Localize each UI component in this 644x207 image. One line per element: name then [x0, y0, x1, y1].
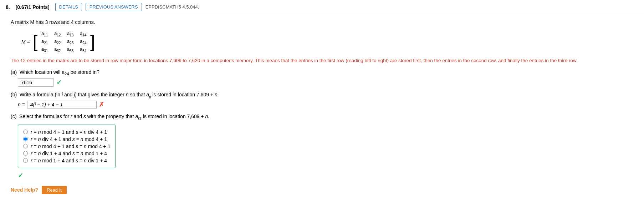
radio-opt1[interactable] — [23, 130, 28, 134]
points-label: [0.67/1 Points] — [16, 4, 50, 10]
details-button[interactable]: DETAILS — [55, 3, 82, 11]
description-content: The 12 entries in the matrix are to be s… — [11, 58, 578, 63]
previous-answers-button[interactable]: PREVIOUS ANSWERS — [86, 3, 142, 11]
matrix-label: M = — [21, 39, 30, 45]
cell-34: a34 — [80, 46, 86, 53]
read-it-button[interactable]: Read It — [42, 186, 67, 194]
matrix-grid: a11 a12 a13 a14 a21 a22 a23 a24 a31 a32 … — [38, 30, 90, 54]
option-2: r = n div 4 + 1 and s = n mod 4 + 1 — [23, 136, 110, 142]
option-3: r = n mod 4 + 1 and s = n mod 4 + 1 — [23, 143, 110, 149]
cell-12: a12 — [54, 31, 61, 37]
content-area: A matrix M has 3 rows and 4 columns. M =… — [0, 14, 644, 201]
option-1-label[interactable]: r = n mod 4 + 1 and s = n div 4 + 1 — [31, 129, 107, 135]
left-bracket: [ — [33, 33, 37, 50]
part-b-cross: ✗ — [99, 101, 104, 108]
option-5-label[interactable]: r = n mod 1 + 4 and s = n div 1 + 4 — [31, 158, 107, 163]
part-b-label: (b) Write a formula (in i and j) that gi… — [11, 92, 633, 99]
part-c-letter: (c) — [11, 113, 16, 119]
cell-31: a31 — [41, 46, 48, 53]
n-equals-label: n = — [18, 102, 25, 107]
part-c-label: (c) Select the formulas for r and s with… — [11, 113, 633, 120]
radio-opt3[interactable] — [23, 144, 28, 148]
description-text: The 12 entries in the matrix are to be s… — [11, 57, 633, 64]
need-help-label: Need Help? — [11, 187, 38, 193]
part-a-label: (a) Which location will a24 be stored in… — [11, 69, 633, 76]
cell-13: a13 — [67, 31, 73, 37]
radio-opt2[interactable] — [23, 137, 28, 141]
option-3-label[interactable]: r = n mod 4 + 1 and s = n mod 4 + 1 — [31, 143, 110, 149]
part-b-letter: (b) — [11, 92, 17, 97]
part-b-answer-row: n = ✗ — [18, 101, 633, 108]
radio-opt4[interactable] — [23, 151, 28, 156]
part-a-letter: (a) — [11, 69, 17, 75]
header-bar: 8. [0.67/1 Points] DETAILS PREVIOUS ANSW… — [0, 0, 644, 14]
need-help-section: Need Help? Read It — [11, 186, 633, 194]
option-4-label[interactable]: r = n div 1 + 4 and s = n mod 1 + 4 — [31, 151, 107, 156]
cell-22: a22 — [54, 39, 61, 45]
page-container: 8. [0.67/1 Points] DETAILS PREVIOUS ANSW… — [0, 0, 644, 207]
option-5: r = n mod 1 + 4 and s = n div 1 + 4 — [23, 158, 110, 163]
matrix-intro: A matrix M has 3 rows and 4 columns. — [11, 19, 633, 25]
part-c-check: ✓ — [18, 172, 23, 180]
right-bracket: ] — [90, 33, 95, 50]
part-a-answer-row: ✓ — [18, 78, 633, 87]
matrix-display: M = [ a11 a12 a13 a14 a21 a22 a23 a24 a3… — [21, 30, 633, 54]
part-c-options: r = n mod 4 + 1 and s = n div 4 + 1 r = … — [18, 125, 116, 168]
option-4: r = n div 1 + 4 and s = n mod 1 + 4 — [23, 151, 110, 156]
cell-32: a32 — [54, 46, 61, 53]
cell-33: a33 — [67, 46, 73, 53]
cell-11: a11 — [41, 31, 48, 37]
part-c-check-row: ✓ — [18, 172, 633, 180]
cell-24: a24 — [80, 39, 86, 45]
option-2-label[interactable]: r = n div 4 + 1 and s = n mod 4 + 1 — [31, 136, 107, 142]
option-1: r = n mod 4 + 1 and s = n div 4 + 1 — [23, 129, 110, 135]
part-b-input[interactable] — [27, 101, 97, 108]
cell-14: a14 — [80, 31, 86, 37]
question-number: 8. — [6, 4, 10, 10]
cell-23: a23 — [67, 39, 73, 45]
part-a-check: ✓ — [56, 79, 62, 86]
radio-opt5[interactable] — [23, 158, 28, 163]
part-a-input[interactable] — [18, 78, 53, 87]
cell-21: a21 — [41, 39, 48, 45]
course-code: EPPDISCMATH5 4.5.044. — [145, 4, 199, 10]
